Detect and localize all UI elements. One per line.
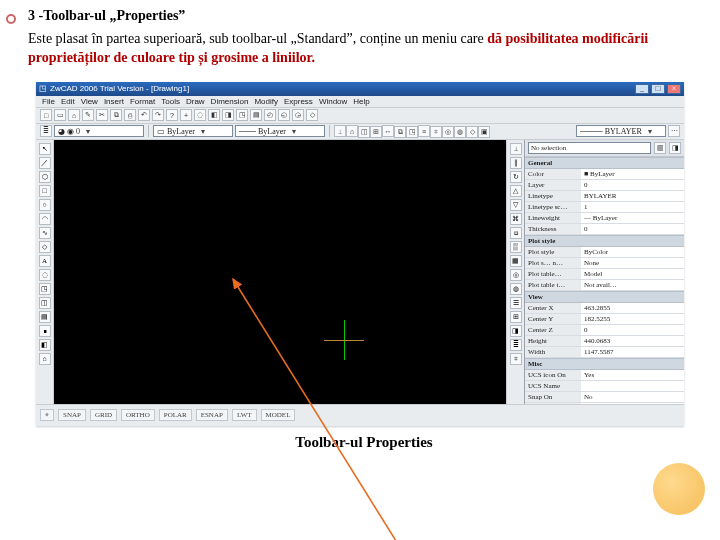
property-row[interactable]: Plot s… n…None	[525, 258, 684, 269]
status-toggle[interactable]: SNAP	[58, 409, 86, 421]
maximize-button[interactable]: □	[651, 84, 665, 94]
menu-edit[interactable]: Edit	[61, 97, 75, 106]
toolbar-properties-overflow-icon[interactable]: ⋯	[668, 125, 680, 137]
modify-tool-icon[interactable]: ↻	[510, 171, 522, 183]
toolbar-properties-icon[interactable]: ⊞	[370, 126, 382, 138]
close-button[interactable]: ×	[667, 84, 681, 94]
toolbar-standard-icon[interactable]: ⧉	[110, 109, 122, 121]
properties-section-header[interactable]: General	[525, 157, 684, 169]
property-row[interactable]: Center Z0	[525, 325, 684, 336]
toolbar-standard-icon[interactable]: ↷	[152, 109, 164, 121]
toolbar-standard-icon[interactable]: □	[40, 109, 52, 121]
draw-tool-icon[interactable]: ⬡	[39, 171, 51, 183]
properties-section-header[interactable]: Plot style	[525, 235, 684, 247]
toolbar-standard-icon[interactable]: ◶	[292, 109, 304, 121]
property-row[interactable]: Plot styleByColor	[525, 247, 684, 258]
menu-express[interactable]: Express	[284, 97, 313, 106]
property-row[interactable]: UCS Name	[525, 381, 684, 392]
property-row[interactable]: Center Y182.5255	[525, 314, 684, 325]
modify-tool-icon[interactable]: ∥	[510, 157, 522, 169]
draw-tool-icon[interactable]: ◧	[39, 339, 51, 351]
properties-section-header[interactable]: View	[525, 291, 684, 303]
draw-tool-icon[interactable]: ◫	[39, 297, 51, 309]
property-row[interactable]: Snap OnNo	[525, 392, 684, 403]
modify-tool-icon[interactable]: ◍	[510, 283, 522, 295]
property-row[interactable]: LinetypeBYLAYER	[525, 191, 684, 202]
property-row[interactable]: Layer0	[525, 180, 684, 191]
draw-tool-icon[interactable]: ◳	[39, 283, 51, 295]
status-toggle[interactable]: ⌖	[40, 409, 54, 421]
toolbar-properties-icon[interactable]: ⧉	[394, 126, 406, 138]
status-toggle[interactable]: ORTHO	[121, 409, 155, 421]
menu-draw[interactable]: Draw	[186, 97, 205, 106]
modify-tool-icon[interactable]: ☰	[510, 297, 522, 309]
toolbar-standard-icon[interactable]: ⎙	[124, 109, 136, 121]
modify-tool-icon[interactable]: ◎	[510, 269, 522, 281]
modify-tool-icon[interactable]: ⊞	[510, 311, 522, 323]
toolbar-standard-icon[interactable]: ✂	[96, 109, 108, 121]
menu-insert[interactable]: Insert	[104, 97, 124, 106]
menu-window[interactable]: Window	[319, 97, 347, 106]
properties-pick-icon[interactable]: ◨	[669, 142, 681, 154]
toolbar-standard-icon[interactable]: ↶	[138, 109, 150, 121]
property-row[interactable]: Center X463.2855	[525, 303, 684, 314]
modify-tool-icon[interactable]: ⌘	[510, 213, 522, 225]
status-toggle[interactable]: GRID	[90, 409, 117, 421]
menu-help[interactable]: Help	[353, 97, 369, 106]
menu-dimension[interactable]: Dimension	[211, 97, 249, 106]
modify-tool-icon[interactable]: ▦	[510, 255, 522, 267]
property-row[interactable]: Plot table t…Not avail…	[525, 280, 684, 291]
layer-icon[interactable]: ≣	[40, 125, 52, 137]
color-combo[interactable]: ▭ ByLayer▾	[153, 125, 233, 137]
toolbar-properties-icon[interactable]: ⟂	[334, 125, 346, 137]
draw-tool-icon[interactable]: ↖	[39, 143, 51, 155]
menu-tools[interactable]: Tools	[161, 97, 180, 106]
draw-tool-icon[interactable]: ⌂	[39, 353, 51, 365]
toolbar-standard-icon[interactable]: ▭	[54, 109, 66, 121]
menu-view[interactable]: View	[81, 97, 98, 106]
draw-tool-icon[interactable]: ○	[39, 199, 51, 211]
toolbar-standard-icon[interactable]: ◳	[236, 109, 248, 121]
property-row[interactable]: Lineweight— ByLayer	[525, 213, 684, 224]
modify-tool-icon[interactable]: ▒	[510, 241, 522, 253]
draw-tool-icon[interactable]: □	[39, 185, 51, 197]
menu-modify[interactable]: Modify	[254, 97, 278, 106]
toolbar-standard-icon[interactable]: ◧	[208, 109, 220, 121]
property-row[interactable]: Linetype sc…1	[525, 202, 684, 213]
toolbar-properties-icon[interactable]: ◇	[466, 126, 478, 138]
properties-selection-combo[interactable]: No selection	[528, 142, 651, 154]
properties-filter-icon[interactable]: ▥	[654, 142, 666, 154]
property-row[interactable]: UCS icon OnYes	[525, 370, 684, 381]
toolbar-standard-icon[interactable]: ▤	[250, 109, 262, 121]
draw-tool-icon[interactable]: ／	[39, 157, 51, 169]
toolbar-standard-icon[interactable]: ◌	[194, 109, 206, 121]
draw-tool-icon[interactable]: ◌	[39, 269, 51, 281]
drawing-canvas[interactable]	[54, 140, 506, 404]
toolbar-properties-icon[interactable]: ◳	[406, 126, 418, 138]
toolbar-standard-icon[interactable]: ?	[166, 109, 178, 121]
status-toggle[interactable]: MODEL	[261, 409, 296, 421]
modify-tool-icon[interactable]: ⟂	[510, 143, 522, 155]
modify-tool-icon[interactable]: ◨	[510, 325, 522, 337]
minimize-button[interactable]: _	[635, 84, 649, 94]
toolbar-standard-icon[interactable]: ◨	[222, 109, 234, 121]
toolbar-standard-icon[interactable]: +	[180, 109, 192, 121]
linetype-combo[interactable]: ─── ByLayer▾	[235, 125, 325, 137]
draw-tool-icon[interactable]: ◠	[39, 213, 51, 225]
status-toggle[interactable]: ESNAP	[196, 409, 228, 421]
modify-tool-icon[interactable]: △	[510, 185, 522, 197]
toolbar-standard-icon[interactable]: ⌂	[68, 109, 80, 121]
toolbar-properties-icon[interactable]: ◍	[454, 126, 466, 138]
toolbar-properties-icon[interactable]: ≡	[418, 125, 430, 137]
modify-tool-icon[interactable]: ≣	[510, 339, 522, 351]
layer-combo[interactable]: ◕ ◉ 0▾	[54, 125, 144, 137]
property-row[interactable]: Plot table…Model	[525, 269, 684, 280]
toolbar-standard-icon[interactable]: ◵	[278, 109, 290, 121]
modify-tool-icon[interactable]: ⌗	[510, 353, 522, 365]
status-toggle[interactable]: POLAR	[159, 409, 192, 421]
draw-tool-icon[interactable]: ∎	[39, 325, 51, 337]
toolbar-properties-icon[interactable]: ↔	[382, 125, 394, 137]
modify-tool-icon[interactable]: ▽	[510, 199, 522, 211]
toolbar-properties-icon[interactable]: ◫	[358, 126, 370, 138]
toolbar-properties-icon[interactable]: ◎	[442, 126, 454, 138]
